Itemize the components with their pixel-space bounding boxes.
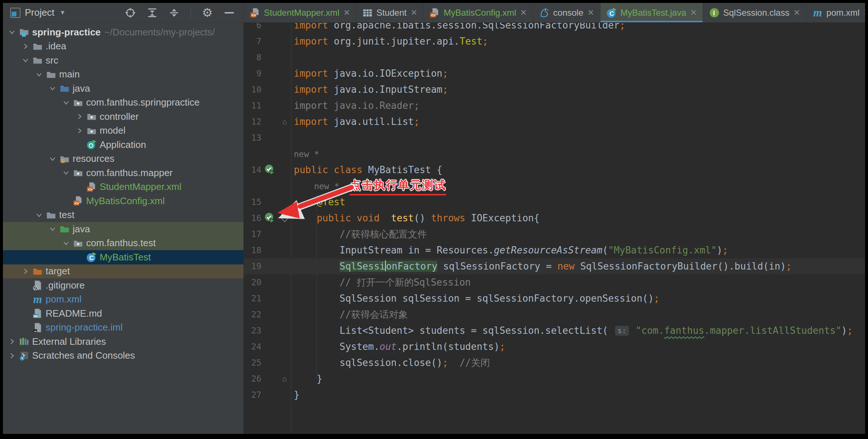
tree-item-spring-practice-iml[interactable]: spring-practice.iml — [3, 321, 243, 335]
tree-item-com-fanthus-springpractice[interactable]: com.fanthus.springpractice — [3, 96, 243, 110]
tree-item-spring-practice[interactable]: spring-practice~/Documents/my-projects/ — [3, 25, 243, 39]
tree-item-label: MyBatisTest — [100, 252, 151, 263]
close-icon[interactable]: ✕ — [587, 8, 594, 18]
code-line-7: 7import org.junit.jupiter.api.Test; — [244, 33, 865, 49]
tree-item-controller[interactable]: controller — [3, 110, 243, 124]
code-text: import org.apache.ibatis.session.SqlSess… — [291, 23, 625, 33]
gear-icon[interactable]: ⚙ — [202, 7, 213, 18]
chevron-right-icon[interactable] — [74, 127, 85, 134]
chevron-down-icon[interactable] — [34, 211, 45, 219]
tree-item-label: spring-practice.iml — [46, 322, 123, 333]
tree-item-model[interactable]: model — [3, 124, 243, 138]
tree-item-label: StudentMapper.xml — [100, 181, 181, 192]
code-text: // 打开一个新的SqlSession — [291, 274, 471, 290]
close-icon[interactable]: ✕ — [520, 8, 527, 18]
toolbar-separator — [191, 7, 191, 18]
iml-file-icon — [31, 322, 44, 333]
tree-item-idea[interactable]: .idea — [3, 39, 243, 54]
chevron-down-icon[interactable] — [47, 225, 58, 233]
tab-sqlsession-class[interactable]: ISqlSession.class✕ — [703, 3, 806, 22]
tab-label: StudentMapper.xml — [264, 8, 339, 18]
close-icon[interactable]: ✕ — [343, 8, 350, 18]
tab-mybatisconfig-xml[interactable]: <>MyBatisConfig.xml✕ — [423, 3, 533, 22]
tree-item-label: spring-practice — [32, 27, 101, 38]
scratches-icon — [18, 351, 31, 361]
chevron-down-icon[interactable] — [47, 85, 58, 92]
svg-text:<>: <> — [74, 201, 79, 206]
collapse-all-button[interactable] — [169, 7, 180, 18]
chevron-right-icon[interactable] — [20, 268, 31, 275]
run-test-icon[interactable] — [261, 164, 279, 176]
code-line-20: 20 // 打开一个新的SqlSession — [244, 274, 865, 290]
tree-item-com-fanthus-mapper[interactable]: com.fanthus.mapper — [3, 166, 243, 180]
code-text: } — [291, 387, 300, 403]
tree-item-application[interactable]: Application — [3, 138, 243, 152]
tab-console[interactable]: console✕ — [533, 3, 600, 22]
svg-text:<>: <> — [88, 187, 93, 191]
hide-panel-button[interactable] — [224, 7, 235, 18]
tab-mybatistest-java[interactable]: CMyBatisTest.java✕ — [600, 3, 703, 22]
folder-icon — [45, 69, 58, 80]
chevron-down-icon[interactable] — [20, 57, 31, 64]
chevron-down-icon[interactable] — [61, 240, 72, 247]
tab-label: console — [553, 8, 584, 18]
tree-item-src[interactable]: src — [3, 53, 243, 68]
code-line-11: 11import java.io.Reader; — [244, 98, 865, 114]
close-icon[interactable]: ✕ — [690, 8, 697, 18]
tree-item-external-libraries[interactable]: External Libraries — [3, 335, 243, 349]
project-panel-title[interactable]: Project — [25, 7, 54, 18]
tab-studentmapper-xml[interactable]: <>StudentMapper.xml✕ — [244, 3, 356, 22]
test-folder-icon — [58, 224, 71, 234]
code-text: System.out.println(students); — [291, 339, 505, 355]
chevron-right-icon[interactable] — [20, 43, 31, 50]
java-class-icon: C — [606, 7, 617, 18]
chevron-down-icon[interactable] — [7, 28, 18, 36]
chevron-down-icon[interactable]: ▼ — [59, 9, 66, 16]
tab-student[interactable]: Student✕ — [356, 3, 423, 22]
source-folder-icon — [58, 83, 71, 93]
chevron-down-icon[interactable] — [61, 169, 72, 176]
project-tree[interactable]: spring-practice~/Documents/my-projects/.… — [3, 23, 244, 434]
tree-item-mybatisconfig-xml[interactable]: <>MyBatisConfig.xml — [3, 194, 243, 208]
close-icon[interactable]: ✕ — [411, 8, 417, 18]
line-number: 11 — [244, 98, 261, 114]
code-line-18: 18 InputStream in = Resources.getResourc… — [244, 242, 865, 258]
tree-item-studentmapper-xml[interactable]: <>StudentMapper.xml — [3, 180, 243, 194]
tab-pom-xml[interactable]: mpom.xml✕ — [806, 3, 865, 22]
chevron-right-icon[interactable] — [7, 352, 18, 359]
expand-all-button[interactable] — [147, 7, 158, 18]
top-bar: Project ▼ ⚙ <>StudentMap — [3, 3, 865, 23]
tree-item-label: com.fanthus.springpractice — [86, 97, 200, 108]
line-number: 18 — [244, 242, 261, 258]
chevron-down-icon[interactable] — [34, 71, 45, 78]
tree-item-java[interactable]: java — [3, 222, 243, 236]
tree-item-gitignore[interactable]: .gitignore — [3, 278, 243, 293]
locate-file-button[interactable] — [125, 7, 136, 18]
code-line-12: 12⌂import java.util.List; — [244, 114, 865, 130]
tree-item-scratches-and-consoles[interactable]: Scratches and Consoles — [3, 349, 243, 363]
tree-item-label: main — [59, 69, 80, 80]
tree-item-test[interactable]: test — [3, 208, 243, 222]
tree-item-com-fanthus-test[interactable]: com.fanthus.test — [3, 236, 243, 251]
fold-marker-icon[interactable]: ⌂ — [279, 117, 291, 126]
tree-item-target[interactable]: target — [3, 264, 243, 279]
tree-item-main[interactable]: main — [3, 68, 243, 82]
code-text: new * — [291, 146, 319, 162]
chevron-down-icon[interactable] — [61, 99, 72, 106]
code-editor[interactable]: 6import org.apache.ibatis.session.SqlSes… — [244, 23, 865, 434]
code-text: import java.io.IOException; — [291, 65, 448, 81]
fold-marker-icon[interactable]: ⌂ — [279, 374, 291, 383]
tree-item-java[interactable]: java — [3, 81, 243, 96]
close-icon[interactable]: ✕ — [794, 8, 800, 18]
close-icon[interactable]: ✕ — [864, 8, 865, 18]
code-text: import java.io.InputStream; — [291, 81, 448, 98]
chevron-down-icon[interactable] — [47, 155, 58, 163]
chevron-right-icon[interactable] — [7, 338, 18, 345]
tree-item-pom-xml[interactable]: mpom.xml — [3, 293, 243, 307]
tab-label: pom.xml — [826, 8, 860, 18]
svg-text:<>: <> — [431, 12, 436, 17]
tree-item-resources[interactable]: resources — [3, 152, 243, 166]
tree-item-mybatistest[interactable]: CMyBatisTest — [3, 250, 243, 264]
tree-item-readme-md[interactable]: MDREADME.md — [3, 306, 243, 321]
chevron-right-icon[interactable] — [74, 113, 85, 120]
